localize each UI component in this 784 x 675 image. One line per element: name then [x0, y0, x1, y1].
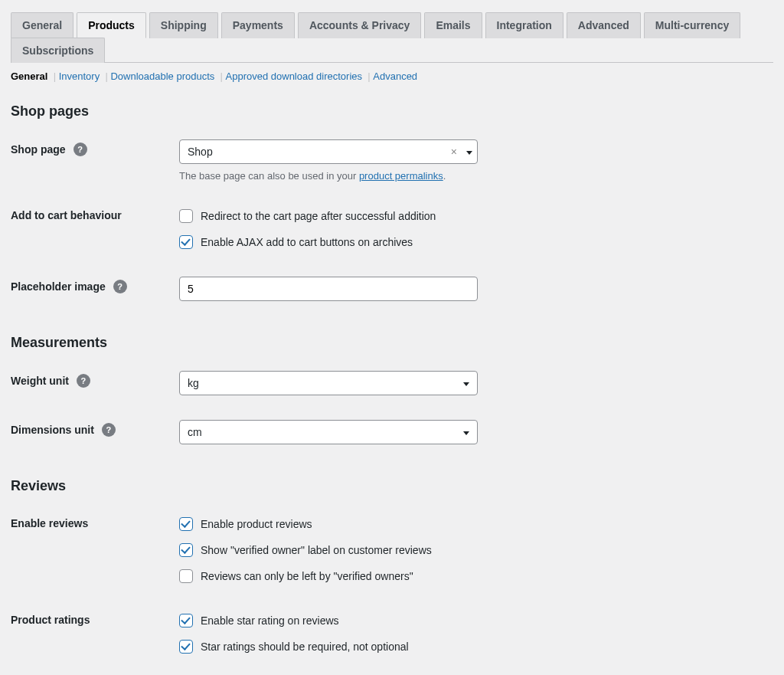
help-icon[interactable] [77, 374, 90, 388]
tab-products[interactable]: Products [77, 12, 146, 38]
tab-advanced[interactable]: Advanced [567, 12, 641, 38]
ajax-label: Enable AJAX add to cart buttons on archi… [201, 236, 413, 248]
chevron-down-icon [463, 421, 469, 445]
tab-general[interactable]: General [11, 12, 74, 38]
product-ratings-label: Product ratings [11, 614, 90, 626]
tab-accounts[interactable]: Accounts & Privacy [298, 12, 422, 38]
shop-page-value: Shop [188, 146, 213, 158]
add-to-cart-label: Add to cart behaviour [11, 209, 122, 221]
dimensions-unit-label: Dimensions unit [11, 424, 94, 436]
verified-only-text: Reviews can only be left by "verified ow… [201, 570, 413, 582]
dimensions-unit-select[interactable]: cm [179, 420, 478, 444]
section-heading-reviews: Reviews [11, 478, 773, 494]
redirect-label: Redirect to the cart page after successf… [201, 210, 436, 222]
section-heading-measurements: Measurements [11, 335, 773, 351]
redirect-checkbox[interactable] [179, 209, 193, 223]
subtab-advanced[interactable]: Advanced [373, 70, 417, 82]
section-heading-shop-pages: Shop pages [11, 103, 773, 120]
enable-reviews-checkbox[interactable] [179, 517, 193, 531]
verified-label-text: Show "verified owner" label on customer … [201, 544, 432, 556]
star-required-checkbox[interactable] [179, 640, 193, 654]
subtab-general[interactable]: General [11, 70, 47, 82]
shop-page-select[interactable]: Shop × [179, 139, 478, 164]
tab-shipping[interactable]: Shipping [149, 12, 218, 38]
placeholder-label: Placeholder image [11, 280, 106, 293]
verified-label-checkbox[interactable] [179, 543, 193, 557]
subtab-inventory[interactable]: Inventory [59, 70, 100, 82]
placeholder-image-input[interactable] [179, 277, 478, 301]
weight-unit-select[interactable]: kg [179, 371, 478, 395]
star-rating-checkbox[interactable] [179, 614, 193, 627]
help-icon[interactable] [74, 143, 87, 156]
help-icon[interactable] [102, 423, 116, 437]
tab-payments[interactable]: Payments [221, 12, 295, 38]
subtab-downloadable[interactable]: Downloadable products [110, 70, 214, 82]
star-required-text: Star ratings should be required, not opt… [201, 641, 409, 653]
ajax-checkbox[interactable] [179, 235, 193, 249]
tab-subscriptions[interactable]: Subscriptions [11, 38, 105, 63]
chevron-down-icon [466, 140, 472, 165]
star-rating-text: Enable star rating on reviews [201, 614, 339, 627]
weight-unit-label: Weight unit [11, 375, 69, 387]
tab-multicurrency[interactable]: Multi-currency [644, 12, 740, 38]
enable-reviews-label: Enable reviews [11, 517, 88, 529]
settings-subtabs: General | Inventory | Downloadable produ… [11, 70, 773, 82]
tab-integration[interactable]: Integration [485, 12, 564, 38]
shop-page-description: The base page can also be used in your p… [179, 170, 773, 182]
settings-tabs: GeneralProductsShippingPaymentsAccounts … [11, 12, 773, 63]
subtab-approved[interactable]: Approved download directories [226, 70, 363, 82]
verified-only-checkbox[interactable] [179, 569, 193, 583]
chevron-down-icon [463, 372, 469, 396]
shop-page-label: Shop page [11, 143, 66, 156]
enable-reviews-text: Enable product reviews [201, 518, 312, 530]
tab-emails[interactable]: Emails [424, 12, 482, 38]
clear-icon[interactable]: × [451, 140, 457, 165]
help-icon[interactable] [113, 280, 127, 293]
product-permalinks-link[interactable]: product permalinks [359, 170, 443, 182]
